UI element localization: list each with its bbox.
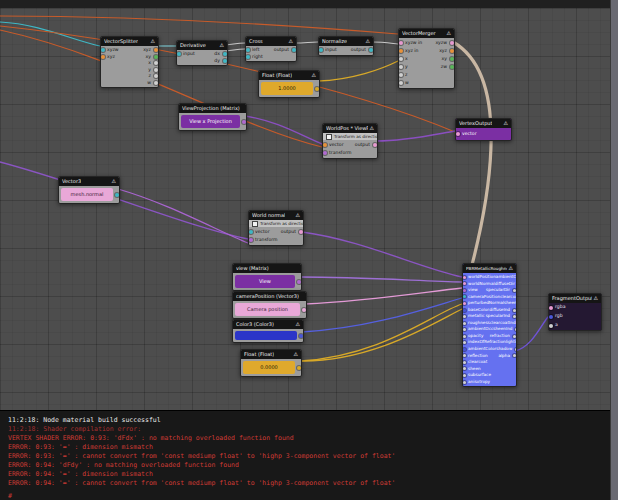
wire[interactable]: [0, 162, 248, 239]
output-port[interactable]: [513, 289, 516, 292]
input-port[interactable]: [463, 367, 466, 370]
output-port[interactable]: [154, 61, 158, 65]
output-port[interactable]: [515, 348, 517, 351]
node-header[interactable]: Cross ⚠: [246, 37, 296, 46]
input-port[interactable]: [463, 276, 466, 279]
output-port[interactable]: [315, 87, 319, 91]
input-port[interactable]: [463, 302, 466, 305]
node-header[interactable]: view (Matrix): [233, 264, 301, 273]
wire[interactable]: [372, 42, 398, 44]
node-header[interactable]: VertexOutput ⚠: [456, 119, 511, 128]
wire[interactable]: [376, 131, 455, 141]
input-port[interactable]: [399, 73, 403, 77]
node-header[interactable]: Float (Float) ⚠: [259, 71, 319, 80]
scrollbar[interactable]: [610, 0, 618, 500]
node-vector-splitter[interactable]: VectorSplitter ⚠ xyzw xyz xyz xy: [100, 36, 159, 88]
input-port[interactable]: [249, 230, 253, 234]
input-port[interactable]: [463, 348, 466, 351]
wire[interactable]: [515, 317, 548, 351]
input-port[interactable]: [456, 132, 460, 136]
node-header[interactable]: World normal ⚠: [249, 211, 303, 220]
output-port[interactable]: [154, 74, 158, 78]
input-port[interactable]: [463, 354, 466, 357]
wire[interactable]: [226, 49, 245, 51]
wire[interactable]: [118, 189, 248, 243]
node-cross[interactable]: Cross ⚠ left output right: [245, 36, 297, 62]
wire[interactable]: [302, 232, 462, 277]
color-swatch[interactable]: [235, 331, 297, 340]
node-header[interactable]: Float (Float) ⚠: [241, 350, 301, 359]
output-port[interactable]: [154, 48, 158, 52]
wire[interactable]: [305, 288, 462, 304]
input-port[interactable]: [463, 374, 466, 377]
input-port[interactable]: [399, 49, 403, 53]
input-port[interactable]: [319, 48, 323, 52]
output-port[interactable]: [154, 81, 158, 85]
transform-as-direction-toggle[interactable]: Transform as direction: [323, 133, 377, 140]
output-port[interactable]: [369, 48, 373, 52]
input-port[interactable]: [463, 309, 466, 312]
wire[interactable]: [245, 116, 322, 144]
input-port[interactable]: [463, 289, 466, 292]
camera-position-button[interactable]: Camera position: [235, 303, 300, 316]
view-projection-button[interactable]: View x Projection: [181, 115, 240, 128]
output-port[interactable]: [515, 328, 517, 331]
input-port[interactable]: [399, 57, 403, 61]
input-port[interactable]: [249, 238, 253, 242]
node-header[interactable]: FragmentOutput ⚠: [549, 294, 601, 303]
node-float-zero[interactable]: Float (Float) ⚠ 0.0000: [240, 349, 302, 377]
output-port[interactable]: [223, 52, 227, 56]
node-view-projection[interactable]: ViewProjection (Matrix) View x Projectio…: [178, 103, 247, 131]
wire[interactable]: [295, 42, 318, 43]
input-port[interactable]: [323, 151, 327, 155]
input-port[interactable]: [463, 282, 466, 285]
input-port[interactable]: [399, 81, 403, 85]
float-value-button[interactable]: 0.0000: [243, 361, 295, 374]
output-port[interactable]: [299, 230, 303, 234]
node-header[interactable]: PBRMetallicRoughness ⚠: [463, 264, 516, 273]
node-world-normal[interactable]: World normal ⚠ Transform as direction ve…: [248, 210, 304, 246]
transform-as-direction-toggle[interactable]: Transform as direction: [249, 220, 303, 227]
input-port[interactable]: [463, 315, 466, 318]
output-port[interactable]: [115, 193, 119, 197]
output-port[interactable]: [513, 309, 516, 312]
node-camera-position[interactable]: cameraPosition (Vector3) Camera position: [232, 291, 307, 319]
input-port[interactable]: [399, 41, 403, 45]
console-log[interactable]: 11:2:18: Node material build successful …: [0, 410, 610, 500]
input-port[interactable]: [101, 55, 105, 59]
input-port[interactable]: [463, 341, 466, 344]
output-port[interactable]: [450, 41, 454, 45]
node-fragment-output[interactable]: FragmentOutput ⚠ rgba rgb a: [548, 293, 602, 331]
output-port[interactable]: [513, 354, 516, 357]
node-derivative[interactable]: Derivative ⚠ input dx dy: [176, 40, 228, 66]
output-port[interactable]: [299, 334, 303, 338]
node-normalize[interactable]: Normalize ⚠ input output: [318, 36, 374, 56]
output-port[interactable]: [154, 68, 158, 72]
wire[interactable]: [0, 16, 398, 34]
input-port[interactable]: [323, 143, 327, 147]
wire[interactable]: [300, 277, 462, 282]
node-header[interactable]: Vector3 ⚠: [59, 177, 119, 186]
node-header[interactable]: Normalize ⚠: [319, 37, 373, 46]
input-port[interactable]: [463, 361, 466, 364]
input-port[interactable]: [463, 381, 466, 384]
output-port[interactable]: [223, 59, 227, 63]
node-header[interactable]: ViewProjection (Matrix): [179, 104, 246, 113]
input-port[interactable]: [463, 322, 466, 325]
float-value-button[interactable]: 1.0000: [261, 82, 313, 95]
wire[interactable]: [318, 61, 398, 81]
input-port[interactable]: [463, 295, 466, 298]
input-port[interactable]: [549, 315, 553, 319]
wire[interactable]: [453, 42, 491, 291]
node-header[interactable]: Color3 (Color3) ⚠: [233, 320, 303, 329]
output-port[interactable]: [373, 143, 377, 147]
output-port[interactable]: [242, 120, 246, 124]
node-vector3-input[interactable]: Vector3 ⚠ mesh.normal: [58, 176, 120, 204]
wire[interactable]: [300, 309, 462, 361]
node-header[interactable]: cameraPosition (Vector3): [233, 292, 306, 301]
node-header[interactable]: WorldPos * ViewPr... ⚠: [323, 124, 377, 133]
output-port[interactable]: [297, 280, 301, 284]
node-view-matrix[interactable]: view (Matrix) View: [232, 263, 302, 291]
output-port[interactable]: [450, 49, 454, 53]
input-port[interactable]: [549, 324, 553, 328]
